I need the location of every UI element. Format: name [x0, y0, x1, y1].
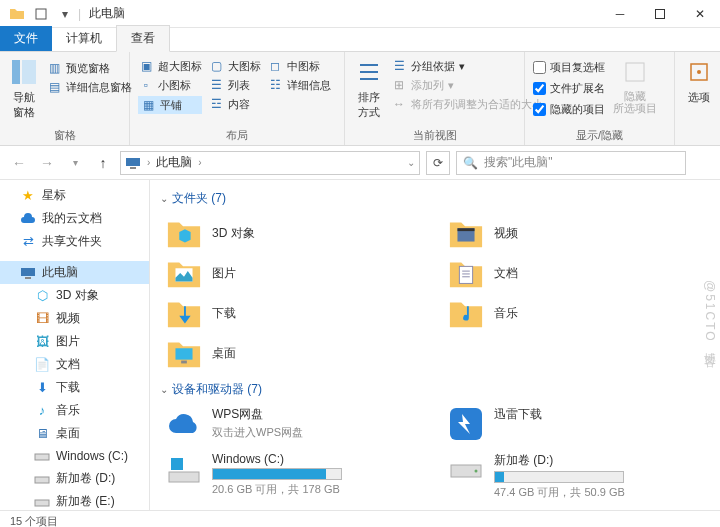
- music-icon: ♪: [34, 403, 50, 419]
- cloud-icon: [166, 406, 202, 442]
- close-button[interactable]: ✕: [680, 0, 720, 28]
- forward-button[interactable]: →: [36, 152, 58, 174]
- sidebar-item-6[interactable]: 🎞视频: [0, 307, 149, 330]
- qat-dropdown[interactable]: ▾: [54, 3, 76, 25]
- view-list[interactable]: ☰列表: [208, 77, 261, 93]
- svg-point-26: [475, 470, 478, 473]
- qat-properties[interactable]: [30, 3, 52, 25]
- sidebar-item-13[interactable]: 新加卷 (D:): [0, 467, 149, 490]
- details-pane-button[interactable]: ▤详细信息窗格: [46, 79, 132, 95]
- sidebar-item-0[interactable]: ★星标: [0, 184, 149, 207]
- sidebar-item-2[interactable]: ⇄共享文件夹: [0, 230, 149, 253]
- folder-item[interactable]: 视频: [448, 215, 710, 251]
- sidebar-item-8[interactable]: 📄文档: [0, 353, 149, 376]
- back-button[interactable]: ←: [8, 152, 30, 174]
- sidebar: ★星标我的云文档⇄共享文件夹此电脑⬡3D 对象🎞视频🖼图片📄文档⬇下载♪音乐🖥桌…: [0, 180, 150, 510]
- maximize-button[interactable]: [640, 0, 680, 28]
- sidebar-item-1[interactable]: 我的云文档: [0, 207, 149, 230]
- sidebar-item-5[interactable]: ⬡3D 对象: [0, 284, 149, 307]
- video-folder-icon: [448, 215, 484, 251]
- folder-label: 下载: [212, 305, 236, 322]
- breadcrumb[interactable]: 此电脑: [156, 154, 192, 171]
- view-xlarge[interactable]: ▣超大图标: [138, 58, 202, 74]
- tab-file[interactable]: 文件: [0, 26, 52, 51]
- folder-item[interactable]: 3D 对象: [166, 215, 428, 251]
- view-tiles[interactable]: ▦平铺: [138, 96, 202, 114]
- drive-item[interactable]: WPS网盘双击进入WPS网盘: [166, 406, 428, 442]
- checkbox-hidden[interactable]: 隐藏的项目: [533, 102, 605, 117]
- sidebar-item-10[interactable]: ♪音乐: [0, 399, 149, 422]
- view-content[interactable]: ☲内容: [208, 96, 261, 112]
- recent-dropdown[interactable]: ▾: [64, 152, 86, 174]
- sidebar-item-11[interactable]: 🖥桌面: [0, 422, 149, 445]
- address-box[interactable]: › 此电脑 › ⌄: [120, 151, 420, 175]
- folder-label: 图片: [212, 265, 236, 282]
- download-icon: ⬇: [34, 380, 50, 396]
- view-details[interactable]: ☷详细信息: [267, 77, 331, 93]
- folder-item[interactable]: 文档: [448, 255, 710, 291]
- folder-label: 音乐: [494, 305, 518, 322]
- disk-icon: [448, 452, 484, 488]
- folder-item[interactable]: 下载: [166, 295, 428, 331]
- sidebar-item-label: 共享文件夹: [42, 233, 102, 250]
- drive-item[interactable]: 迅雷下载: [448, 406, 710, 442]
- sidebar-item-7[interactable]: 🖼图片: [0, 330, 149, 353]
- options-button[interactable]: 选项: [683, 56, 715, 105]
- folder-item[interactable]: 音乐: [448, 295, 710, 331]
- sidebar-item-label: 文档: [56, 356, 80, 373]
- preview-pane-button[interactable]: ▥预览窗格: [46, 60, 132, 76]
- sidebar-item-12[interactable]: Windows (C:): [0, 445, 149, 467]
- title-bar: ▾ | 此电脑 ─ ✕: [0, 0, 720, 28]
- sidebar-item-label: 新加卷 (E:): [56, 493, 115, 510]
- sidebar-item-label: 音乐: [56, 402, 80, 419]
- minimize-button[interactable]: ─: [600, 0, 640, 28]
- xunlei-icon: [448, 406, 484, 442]
- section-drives[interactable]: ⌄ 设备和驱动器 (7): [160, 381, 710, 398]
- watermark: @51CTO博客: [701, 280, 718, 347]
- sidebar-item-label: 桌面: [56, 425, 80, 442]
- folder-item[interactable]: 桌面: [166, 335, 428, 371]
- sidebar-item-label: 3D 对象: [56, 287, 99, 304]
- svg-rect-13: [35, 500, 49, 506]
- svg-point-6: [697, 70, 701, 74]
- sidebar-item-9[interactable]: ⬇下载: [0, 376, 149, 399]
- group-view-label: 当前视图: [353, 126, 516, 145]
- view-small[interactable]: ▫小图标: [138, 77, 202, 93]
- svg-rect-24: [171, 458, 183, 470]
- drive-item[interactable]: 新加卷 (D:)47.4 GB 可用，共 50.9 GB: [448, 452, 710, 500]
- address-dropdown-icon[interactable]: ⌄: [407, 157, 415, 168]
- tab-view[interactable]: 查看: [116, 25, 170, 52]
- drive-usage-bar: [494, 471, 624, 483]
- svg-rect-17: [457, 228, 474, 231]
- groupby-button[interactable]: ☰分组依据 ▾: [391, 58, 543, 74]
- svg-rect-11: [35, 454, 49, 460]
- section-folders[interactable]: ⌄ 文件夹 (7): [160, 190, 710, 207]
- checkbox-extensions[interactable]: 文件扩展名: [533, 81, 605, 96]
- navigation-pane-button[interactable]: 导航窗格: [8, 56, 40, 120]
- chevron-down-icon: ⌄: [160, 193, 168, 204]
- checkbox-item-checkboxes[interactable]: 项目复选框: [533, 60, 605, 75]
- search-box[interactable]: 🔍 搜索"此电脑": [456, 151, 686, 175]
- up-button[interactable]: ↑: [92, 152, 114, 174]
- group-panes-label: 窗格: [8, 126, 121, 145]
- refresh-button[interactable]: ⟳: [426, 151, 450, 175]
- addcol-button[interactable]: ⊞添加列 ▾: [391, 77, 543, 93]
- drive-item[interactable]: Windows (C:)20.6 GB 可用，共 178 GB: [166, 452, 428, 500]
- svg-rect-4: [626, 63, 644, 81]
- sort-button[interactable]: 排序方式: [353, 56, 385, 120]
- preview-pane-icon: ▥: [46, 60, 62, 76]
- navigation-pane-icon: [8, 56, 40, 88]
- folder-icon: [6, 3, 28, 25]
- sidebar-item-4[interactable]: 此电脑: [0, 261, 149, 284]
- folder-label: 桌面: [212, 345, 236, 362]
- hide-selected-button[interactable]: 隐藏 所选项目: [611, 56, 659, 114]
- sidebar-item-14[interactable]: 新加卷 (E:): [0, 490, 149, 510]
- autosize-button[interactable]: ↔将所有列调整为合适的大小: [391, 96, 543, 112]
- view-medium[interactable]: ◻中图标: [267, 58, 331, 74]
- tab-computer[interactable]: 计算机: [52, 26, 116, 51]
- folder-item[interactable]: 图片: [166, 255, 428, 291]
- view-large[interactable]: ▢大图标: [208, 58, 261, 74]
- cube-icon: ⬡: [34, 288, 50, 304]
- disk-win-icon: [166, 452, 202, 488]
- sidebar-item-label: 视频: [56, 310, 80, 327]
